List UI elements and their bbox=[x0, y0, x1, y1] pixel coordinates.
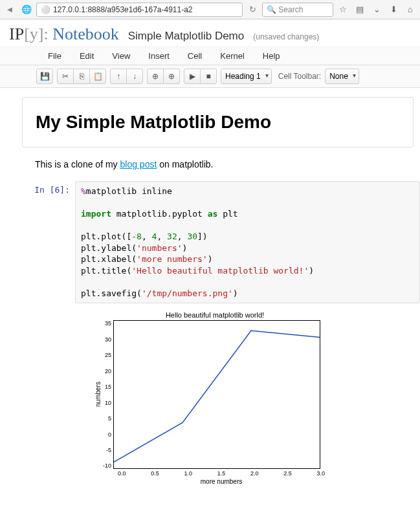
code-input[interactable]: %matplotlib inline import matplotlib.pyp… bbox=[75, 181, 420, 303]
run-button[interactable]: ▶ bbox=[184, 69, 201, 84]
stop-icon: ■ bbox=[206, 72, 210, 81]
move-up-button[interactable]: ↑ bbox=[110, 69, 127, 84]
notebook-header: IP[y]: Notebook Simple Matplotlib Demo (… bbox=[0, 19, 420, 47]
notebook-content: My Simple Matplotlib Demo This is a clon… bbox=[0, 88, 420, 498]
menubar: File Edit View Insert Cell Kernel Help bbox=[0, 47, 420, 65]
toolbar: 💾 ✂ ⎘ 📋 ↑ ↓ ⊕ ⊕ ▶ ■ Heading 1 Cell Toolb… bbox=[0, 65, 420, 88]
ipython-logo: IP[y]: Notebook bbox=[9, 25, 119, 44]
page-heading: My Simple Matplotlib Demo bbox=[36, 112, 400, 133]
cell-type-select[interactable]: Heading 1 bbox=[221, 69, 272, 84]
list-icon[interactable]: ▤ bbox=[353, 3, 367, 17]
menu-file[interactable]: File bbox=[48, 51, 61, 61]
insert-above-button[interactable]: ⊕ bbox=[147, 69, 164, 84]
save-status: (unsaved changes) bbox=[253, 32, 319, 41]
pocket-icon[interactable]: ⌄ bbox=[370, 3, 384, 17]
play-icon: ▶ bbox=[190, 72, 195, 81]
chart-xticks: 0.00.51.01.52.02.53.0 bbox=[118, 470, 325, 477]
paste-icon: 📋 bbox=[93, 72, 103, 81]
star-icon[interactable]: ☆ bbox=[336, 3, 350, 17]
circle-up-icon: ⊕ bbox=[152, 72, 159, 81]
heading-cell[interactable]: My Simple Matplotlib Demo bbox=[22, 97, 414, 147]
menu-kernel[interactable]: Kernel bbox=[220, 51, 245, 61]
floppy-icon: 💾 bbox=[40, 72, 50, 81]
notebook-title[interactable]: Simple Matplotlib Demo bbox=[128, 30, 245, 43]
search-icon: 🔍 bbox=[267, 5, 276, 14]
code-cell: In [6]: %matplotlib inline import matplo… bbox=[16, 181, 420, 303]
chart-canvas bbox=[113, 320, 320, 469]
chart-title: Hello beautiful matplotlib world! bbox=[93, 311, 337, 319]
matplotlib-plot: Hello beautiful matplotlib world! number… bbox=[93, 311, 337, 485]
search-bar[interactable]: 🔍 Search bbox=[262, 3, 333, 17]
menu-cell[interactable]: Cell bbox=[188, 51, 202, 61]
output-area: Hello beautiful matplotlib world! number… bbox=[16, 309, 420, 485]
chart-xlabel: more numbers bbox=[118, 478, 325, 485]
chart-yticks: 35302520151050-5-10 bbox=[103, 320, 113, 469]
circle-down-icon: ⊕ bbox=[168, 72, 175, 81]
reload-button[interactable]: ↻ bbox=[245, 3, 260, 17]
url-bar[interactable]: ⚪127.0.0.1:8888/a953e1d6-167a-4911-a2 bbox=[36, 3, 243, 17]
home-icon[interactable]: ⌂ bbox=[403, 3, 417, 17]
menu-edit[interactable]: Edit bbox=[80, 51, 94, 61]
cell-toolbar-label: Cell Toolbar: bbox=[278, 72, 321, 81]
save-button[interactable]: 💾 bbox=[36, 69, 53, 84]
insert-below-button[interactable]: ⊕ bbox=[163, 69, 180, 84]
stop-button[interactable]: ■ bbox=[200, 69, 217, 84]
menu-insert[interactable]: Insert bbox=[148, 51, 170, 61]
cell-toolbar-select[interactable]: None bbox=[325, 69, 359, 84]
back-button[interactable]: ◄ bbox=[3, 3, 17, 17]
scissors-icon: ✂ bbox=[62, 72, 69, 81]
move-down-button[interactable]: ↓ bbox=[126, 69, 143, 84]
download-icon[interactable]: ⬇ bbox=[386, 3, 401, 17]
arrow-up-icon: ↑ bbox=[116, 72, 120, 81]
markdown-cell[interactable]: This is a clone of my blog post on matpl… bbox=[35, 159, 414, 169]
globe-icon: 🌐 bbox=[19, 3, 34, 17]
lock-icon: ⚪ bbox=[41, 5, 50, 14]
browser-toolbar: ◄ 🌐 ⚪127.0.0.1:8888/a953e1d6-167a-4911-a… bbox=[0, 0, 420, 19]
arrow-down-icon: ↓ bbox=[133, 72, 137, 81]
cut-button[interactable]: ✂ bbox=[57, 69, 74, 84]
menu-view[interactable]: View bbox=[112, 51, 130, 61]
input-prompt: In [6]: bbox=[16, 181, 75, 303]
copy-icon: ⎘ bbox=[80, 72, 84, 81]
chart-ylabel: numbers bbox=[93, 320, 103, 469]
blog-post-link[interactable]: blog post bbox=[120, 159, 157, 169]
paste-button[interactable]: 📋 bbox=[89, 69, 106, 84]
search-placeholder: Search bbox=[278, 5, 303, 14]
copy-button[interactable]: ⎘ bbox=[73, 69, 90, 84]
url-text: 127.0.0.1:8888/a953e1d6-167a-4911-a2 bbox=[53, 5, 193, 14]
menu-help[interactable]: Help bbox=[263, 51, 280, 61]
